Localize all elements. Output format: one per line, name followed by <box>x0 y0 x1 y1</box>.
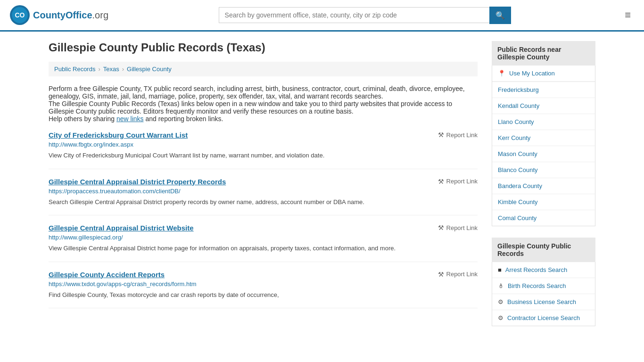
business-icon: ⚙ <box>498 298 504 305</box>
nearby-link[interactable]: Bandera County <box>492 178 595 194</box>
contractor-icon: ⚙ <box>498 314 504 321</box>
new-links[interactable]: new links <box>116 115 144 123</box>
intro-paragraph-2: The Gillespie County Public Records (Tex… <box>49 100 478 115</box>
records-list: ■ Arrest Records Search 🕯 Birth Records … <box>492 262 595 326</box>
birth-records-link[interactable]: 🕯 Birth Records Search <box>492 278 595 294</box>
header: CO CountyOffice.org 🔍 ≡ <box>0 0 644 32</box>
list-item[interactable]: Comal County <box>492 210 595 226</box>
logo-text: CountyOffice.org <box>33 10 108 21</box>
logo-icon: CO <box>9 5 30 25</box>
list-item[interactable]: Kerr County <box>492 130 595 146</box>
nearby-section: Public Records near Gillespie County 📍 U… <box>492 41 595 226</box>
report-icon: ⚒ <box>438 131 444 139</box>
search-button[interactable]: 🔍 <box>489 7 511 24</box>
content-area: Gillespie County Public Records (Texas) … <box>49 41 478 337</box>
record-url[interactable]: https://propaccess.trueautomation.com/cl… <box>49 188 478 195</box>
record-description: View Gillespie Central Appraisal Distric… <box>49 244 478 253</box>
record-title[interactable]: Gillespie Central Appraisal District Pro… <box>49 178 226 186</box>
record-description: Find Gillespie County, Texas motorcycle … <box>49 290 478 300</box>
list-item[interactable]: Mason County <box>492 146 595 162</box>
breadcrumb-texas[interactable]: Texas <box>103 66 119 73</box>
report-link[interactable]: ⚒ Report Link <box>438 224 478 231</box>
arrest-icon: ■ <box>498 266 502 273</box>
report-icon: ⚒ <box>438 178 444 185</box>
list-item[interactable]: Fredericksburg <box>492 82 595 98</box>
contractor-license-link[interactable]: ⚙ Contractor License Search <box>492 310 595 326</box>
intro-paragraph-1: Perform a free Gillespie County, TX publ… <box>49 85 478 100</box>
nearby-link[interactable]: Fredericksburg <box>492 82 595 98</box>
report-link[interactable]: ⚒ Report Link <box>438 178 478 185</box>
list-item[interactable]: Kimble County <box>492 194 595 210</box>
search-input[interactable] <box>219 7 489 23</box>
nearby-link[interactable]: Kimble County <box>492 194 595 210</box>
record-url[interactable]: http://www.gillespiecad.org/ <box>49 234 478 241</box>
use-location-item[interactable]: 📍 Use My Location <box>492 66 595 82</box>
intro-paragraph-3: Help others by sharing new links and rep… <box>49 115 478 123</box>
birth-icon: 🕯 <box>498 282 504 289</box>
record-title[interactable]: Gillespie County Accident Reports <box>49 271 165 279</box>
search-area: 🔍 <box>219 7 511 24</box>
search-icon: 🔍 <box>495 11 505 19</box>
hamburger-icon: ≡ <box>625 9 631 21</box>
list-item[interactable]: ⚙ Contractor License Search <box>492 310 595 326</box>
nearby-link[interactable]: Kendall County <box>492 98 595 114</box>
breadcrumb-public-records[interactable]: Public Records <box>54 66 95 73</box>
page-title: Gillespie County Public Records (Texas) <box>49 41 478 54</box>
record-header: Gillespie County Accident Reports ⚒ Repo… <box>49 271 478 279</box>
list-item[interactable]: Kendall County <box>492 98 595 114</box>
list-item[interactable]: Llano County <box>492 114 595 130</box>
record-item: Gillespie County Accident Reports ⚒ Repo… <box>49 262 478 309</box>
report-icon: ⚒ <box>438 224 444 231</box>
record-item: Gillespie Central Appraisal District Pro… <box>49 169 478 216</box>
record-header: City of Fredericksburg Court Warrant Lis… <box>49 131 478 139</box>
list-item[interactable]: Bandera County <box>492 178 595 194</box>
nearby-header: Public Records near Gillespie County <box>492 41 595 66</box>
record-url[interactable]: http://www.fbgtx.org/index.aspx <box>49 141 478 148</box>
list-item[interactable]: ■ Arrest Records Search <box>492 262 595 278</box>
record-title[interactable]: City of Fredericksburg Court Warrant Lis… <box>49 131 188 139</box>
record-header: Gillespie Central Appraisal District Web… <box>49 224 478 232</box>
nearby-link[interactable]: Mason County <box>492 146 595 162</box>
breadcrumb-sep-1: › <box>98 66 100 73</box>
use-location-link[interactable]: 📍 Use My Location <box>492 66 595 82</box>
record-description: View City of Fredericksburg Municipal Co… <box>49 151 478 160</box>
nearby-list: 📍 Use My Location Fredericksburg Kendall… <box>492 66 595 226</box>
breadcrumb-sep-2: › <box>122 66 124 73</box>
records-header: Gillespie County Public Records <box>492 238 595 262</box>
nearby-link[interactable]: Llano County <box>492 114 595 130</box>
nearby-link[interactable]: Comal County <box>492 210 595 226</box>
menu-button[interactable]: ≡ <box>621 7 635 23</box>
breadcrumb: Public Records › Texas › Gillespie Count… <box>49 62 478 76</box>
record-header: Gillespie Central Appraisal District Pro… <box>49 178 478 186</box>
list-item[interactable]: ⚙ Business License Search <box>492 294 595 310</box>
report-icon: ⚒ <box>438 271 444 278</box>
report-link[interactable]: ⚒ Report Link <box>438 131 478 139</box>
sidebar: Public Records near Gillespie County 📍 U… <box>492 41 595 337</box>
report-link[interactable]: ⚒ Report Link <box>438 271 478 278</box>
business-license-link[interactable]: ⚙ Business License Search <box>492 294 595 310</box>
list-item[interactable]: Blanco County <box>492 162 595 178</box>
svg-text:CO: CO <box>15 11 25 19</box>
list-item[interactable]: 🕯 Birth Records Search <box>492 278 595 294</box>
arrest-records-link[interactable]: ■ Arrest Records Search <box>492 262 595 278</box>
record-title[interactable]: Gillespie Central Appraisal District Web… <box>49 224 194 232</box>
record-item: Gillespie Central Appraisal District Web… <box>49 215 478 262</box>
record-item: City of Fredericksburg Court Warrant Lis… <box>49 123 478 169</box>
nearby-link[interactable]: Blanco County <box>492 162 595 178</box>
location-icon: 📍 <box>498 70 505 77</box>
record-url[interactable]: https://www.txdot.gov/apps-cg/crash_reco… <box>49 280 478 288</box>
logo-area: CO CountyOffice.org <box>9 5 108 25</box>
main-layout: Gillespie County Public Records (Texas) … <box>39 32 605 347</box>
breadcrumb-gillespie[interactable]: Gillespie County <box>127 66 172 73</box>
records-section: Gillespie County Public Records ■ Arrest… <box>492 238 595 326</box>
nearby-link[interactable]: Kerr County <box>492 130 595 146</box>
record-description: Search Gillespie Central Appraisal Distr… <box>49 197 478 207</box>
